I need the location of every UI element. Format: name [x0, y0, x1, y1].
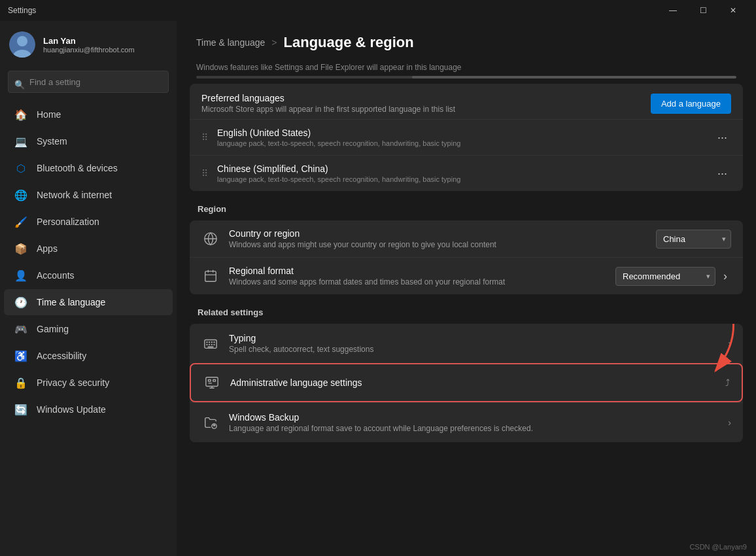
- sidebar-item-label: Accessibility: [37, 351, 86, 361]
- related-settings-label: Related settings: [190, 305, 743, 324]
- windows-backup-name: Windows Backup: [229, 412, 719, 423]
- country-region-name: Country or region: [229, 228, 647, 239]
- typing-desc: Spell check, autocorrect, text suggestio…: [229, 345, 719, 354]
- preferred-languages-desc: Microsoft Store apps will appear in the …: [201, 105, 455, 114]
- language-desc: language pack, text-to-speech, speech re…: [217, 139, 704, 147]
- sidebar-item-label: Apps: [37, 243, 58, 254]
- admin-language-name: Administrative language settings: [230, 377, 716, 388]
- svg-rect-5: [205, 271, 216, 282]
- sidebar-item-label: Network & internet: [37, 190, 112, 200]
- related-settings-section: Related settings: [190, 305, 743, 442]
- scroll-bar[interactable]: [196, 76, 736, 78]
- regional-format-icon: [201, 267, 220, 285]
- country-region-item: Country or region Windows and apps might…: [190, 220, 743, 257]
- sidebar-item-label: System: [37, 136, 67, 147]
- language-info: English (United States) language pack, t…: [217, 128, 704, 147]
- country-icon: [201, 230, 220, 248]
- svg-rect-22: [209, 379, 211, 381]
- preferred-languages-section: Preferred languages Microsoft Store apps…: [190, 84, 743, 191]
- region-section: Region Country or region Windows and app…: [190, 201, 743, 294]
- language-more-button[interactable]: ···: [713, 130, 731, 146]
- windows-update-icon: 🔄: [14, 403, 27, 416]
- sidebar-item-bluetooth[interactable]: ⬡ Bluetooth & devices: [4, 155, 173, 181]
- search-input[interactable]: [8, 71, 169, 93]
- svg-rect-19: [206, 377, 218, 387]
- admin-language-item[interactable]: Administrative language settings ⤴: [190, 363, 743, 402]
- sidebar-item-accounts[interactable]: 👤 Accounts: [4, 262, 173, 288]
- drag-handle-icon[interactable]: ⠿: [201, 132, 208, 143]
- sidebar-item-gaming[interactable]: 🎮 Gaming: [4, 316, 173, 342]
- avatar: [9, 31, 35, 58]
- windows-backup-info: Windows Backup Language and regional for…: [229, 412, 719, 433]
- region-card: Country or region Windows and apps might…: [190, 220, 743, 294]
- language-name: English (United States): [217, 128, 704, 138]
- admin-language-icon: [203, 374, 221, 392]
- windows-backup-chevron-icon: ›: [728, 417, 731, 428]
- close-button[interactable]: ✕: [718, 0, 748, 21]
- sidebar-item-label: Privacy & security: [37, 377, 109, 388]
- breadcrumb-separator: >: [271, 37, 277, 48]
- time-language-icon: 🕐: [14, 296, 27, 309]
- regional-format-dropdown-wrap: Recommended Chinese (Simplified): [615, 267, 715, 286]
- sidebar-item-privacy[interactable]: 🔒 Privacy & security: [4, 370, 173, 396]
- sidebar-item-network[interactable]: 🌐 Network & internet: [4, 182, 173, 208]
- sidebar-item-accessibility[interactable]: ♿ Accessibility: [4, 343, 173, 369]
- system-icon: 💻: [14, 135, 27, 148]
- language-more-button[interactable]: ···: [713, 165, 731, 182]
- home-icon: 🏠: [14, 108, 27, 121]
- minimize-button[interactable]: —: [658, 0, 688, 21]
- user-profile[interactable]: Lan Yan huangjianxiu@fifthrobot.com: [0, 21, 177, 68]
- regional-format-expand-button[interactable]: ›: [719, 268, 731, 285]
- regional-format-control: Recommended Chinese (Simplified) ›: [615, 267, 731, 286]
- titlebar: Settings — ☐ ✕: [0, 0, 756, 21]
- country-dropdown[interactable]: China United States: [656, 230, 731, 249]
- sidebar-nav: 🏠 Home 💻 System ⬡ Bluetooth & devices 🌐 …: [0, 101, 177, 423]
- sidebar-item-windows-update[interactable]: 🔄 Windows Update: [4, 396, 173, 423]
- preferred-languages-header: Preferred languages Microsoft Store apps…: [190, 84, 743, 119]
- user-name: Lan Yan: [43, 36, 135, 46]
- sidebar-item-home[interactable]: 🏠 Home: [4, 101, 173, 128]
- accounts-icon: 👤: [14, 269, 27, 282]
- language-name: Chinese (Simplified, China): [217, 164, 704, 174]
- page-title: Language & region: [284, 34, 414, 51]
- bluetooth-icon: ⬡: [14, 162, 27, 175]
- typing-info: Typing Spell check, autocorrect, text su…: [229, 333, 719, 354]
- scroll-hint: Windows features like Settings and File …: [177, 61, 756, 84]
- drag-handle-icon[interactable]: ⠿: [201, 168, 208, 179]
- sidebar-item-time-language[interactable]: 🕐 Time & language: [4, 289, 173, 315]
- language-desc: language pack, text-to-speech, speech re…: [217, 175, 704, 183]
- sidebar-item-label: Bluetooth & devices: [37, 163, 118, 173]
- country-dropdown-wrap: China United States: [656, 230, 731, 249]
- maximize-button[interactable]: ☐: [688, 0, 718, 21]
- country-region-desc: Windows and apps might use your country …: [229, 240, 647, 249]
- scroll-hint-text: Windows features like Settings and File …: [196, 63, 736, 72]
- sidebar-item-label: Personalization: [37, 217, 99, 227]
- search-container: 🔍: [0, 68, 177, 101]
- regional-format-dropdown[interactable]: Recommended Chinese (Simplified): [615, 267, 715, 286]
- sidebar-item-label: Gaming: [37, 324, 69, 334]
- region-label: Region: [190, 201, 743, 220]
- breadcrumb-parent[interactable]: Time & language: [196, 37, 265, 48]
- preferred-languages-card: Preferred languages Microsoft Store apps…: [190, 84, 743, 191]
- app-title: Settings: [8, 6, 658, 15]
- preferred-languages-title: Preferred languages: [201, 93, 455, 103]
- typing-item[interactable]: Typing Spell check, autocorrect, text su…: [190, 324, 743, 363]
- apps-icon: 📦: [14, 242, 27, 255]
- sidebar-item-apps[interactable]: 📦 Apps: [4, 235, 173, 262]
- add-language-button[interactable]: Add a language: [651, 94, 731, 114]
- language-info: Chinese (Simplified, China) language pac…: [217, 164, 704, 183]
- windows-backup-item[interactable]: Windows Backup Language and regional for…: [190, 402, 743, 442]
- user-email: huangjianxiu@fifthrobot.com: [43, 46, 135, 54]
- sidebar-item-personalization[interactable]: 🖌️ Personalization: [4, 209, 173, 235]
- typing-chevron-icon: ›: [728, 338, 731, 349]
- preferred-languages-info: Preferred languages Microsoft Store apps…: [201, 93, 455, 114]
- admin-language-info: Administrative language settings: [230, 377, 716, 388]
- typing-icon: [201, 334, 220, 353]
- privacy-icon: 🔒: [14, 376, 27, 389]
- sidebar: Lan Yan huangjianxiu@fifthrobot.com 🔍 🏠 …: [0, 21, 177, 556]
- sidebar-item-system[interactable]: 💻 System: [4, 128, 173, 154]
- windows-backup-icon: [201, 413, 220, 432]
- windows-backup-desc: Language and regional format save to acc…: [229, 424, 719, 433]
- regional-format-desc: Windows and some apps format dates and t…: [229, 277, 606, 287]
- user-info: Lan Yan huangjianxiu@fifthrobot.com: [43, 36, 135, 54]
